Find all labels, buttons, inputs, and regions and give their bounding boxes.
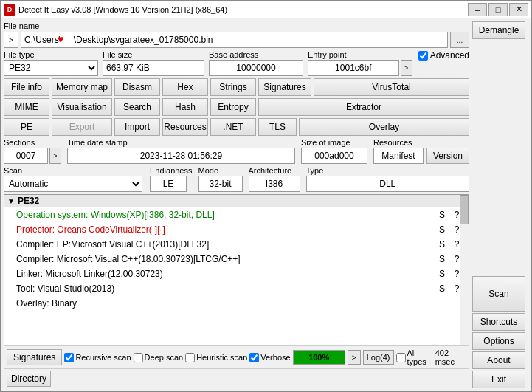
- search-button[interactable]: Search: [114, 98, 160, 116]
- verbose-checkbox[interactable]: [249, 353, 259, 362]
- sections-arrow[interactable]: >: [49, 148, 61, 164]
- result-item[interactable]: Tool: Visual Studio(2013) S ?: [4, 281, 469, 296]
- file-type-group: File type PE32: [4, 50, 100, 76]
- result-item[interactable]: Protector: Oreans CodeVirtualizer(-][-] …: [4, 222, 469, 237]
- deep-scan-label[interactable]: Deep scan: [134, 353, 184, 362]
- browse-button[interactable]: ...: [450, 32, 469, 48]
- close-button[interactable]: ✕: [509, 3, 528, 16]
- all-types-label[interactable]: All types: [396, 348, 433, 366]
- options-button[interactable]: Options: [472, 332, 525, 350]
- tls-button[interactable]: TLS: [258, 118, 297, 136]
- verbose-label[interactable]: Verbose: [249, 353, 290, 362]
- virus-total-button[interactable]: VirusTotal: [314, 78, 469, 96]
- all-types-text: All types: [407, 348, 433, 366]
- about-button[interactable]: About: [472, 351, 525, 369]
- heuristic-scan-checkbox[interactable]: [185, 353, 195, 362]
- file-size-group: File size 663.97 KiB: [103, 50, 206, 76]
- shortcuts-button[interactable]: Shortcuts: [472, 313, 525, 331]
- progress-arrow-button[interactable]: >: [348, 350, 361, 365]
- base-address-label: Base address: [209, 50, 305, 59]
- result-s: S: [435, 238, 449, 251]
- result-item[interactable]: Operation system: Windows(XP)[I386, 32-b…: [4, 207, 469, 222]
- result-item[interactable]: Linker: Microsoft Linker(12.00.30723) S …: [4, 267, 469, 281]
- timing-display: 402 msec: [435, 348, 466, 366]
- import-button[interactable]: Import: [114, 118, 160, 136]
- advanced-checkbox-label[interactable]: Advanced: [418, 50, 469, 61]
- mode-value: 32-bit: [198, 176, 243, 192]
- pe-button[interactable]: PE: [4, 118, 49, 136]
- scan-button[interactable]: Scan: [472, 276, 525, 312]
- base-address-value: 10000000: [209, 60, 303, 76]
- net-button[interactable]: .NET: [210, 118, 256, 136]
- file-info-button[interactable]: File info: [4, 78, 49, 96]
- architecture-group: Architecture I386: [249, 166, 300, 192]
- heuristic-scan-label[interactable]: Heuristic scan: [185, 353, 247, 362]
- result-item[interactable]: Overlay: Binary: [4, 296, 469, 311]
- results-header: ▼ PE32: [4, 195, 469, 207]
- title-bar: D Detect It Easy v3.08 [Windows 10 Versi…: [1, 1, 531, 18]
- extractor-button[interactable]: Extractor: [258, 98, 469, 116]
- type-value: DLL: [306, 176, 470, 192]
- mime-button[interactable]: MIME: [4, 98, 49, 116]
- resources-button[interactable]: Resources: [162, 118, 208, 136]
- directory-row: Directory: [4, 368, 469, 388]
- hash-button[interactable]: Hash: [162, 98, 208, 116]
- architecture-label: Architecture: [249, 166, 300, 175]
- sections-row: Sections 0007 > Time date stamp 2023-11-…: [4, 138, 469, 164]
- timestamp-label: Time date stamp: [67, 138, 295, 147]
- content-area: File name > ♥ ... File type PE32: [1, 18, 531, 391]
- signatures-button[interactable]: Signatures: [258, 78, 311, 96]
- size-of-image-label: Size of image: [301, 138, 367, 147]
- entropy-button[interactable]: Entropy: [210, 98, 256, 116]
- entry-point-arrow[interactable]: >: [401, 60, 412, 76]
- exit-button[interactable]: Exit: [472, 371, 525, 388]
- sections-value-row: 0007 >: [4, 148, 61, 164]
- result-text: Overlay: Binary: [16, 297, 435, 310]
- visualisation-button[interactable]: Visualisation: [52, 98, 112, 116]
- scrollbar-thumb[interactable]: [460, 195, 469, 224]
- strings-button[interactable]: Strings: [210, 78, 256, 96]
- file-size-value: 663.97 KiB: [103, 60, 204, 76]
- demangle-button[interactable]: Demangle: [472, 21, 525, 39]
- file-type-select[interactable]: PE32: [4, 60, 98, 76]
- button-row-1: File info Memory map Disasm Hex Strings …: [4, 78, 469, 96]
- result-text: Protector: Oreans CodeVirtualizer(-][-]: [16, 223, 435, 236]
- maximize-button[interactable]: □: [488, 3, 508, 16]
- directory-button[interactable]: Directory: [7, 371, 51, 387]
- result-text: Compiler: EP:Microsoft Visual C++(2013)[…: [16, 238, 435, 251]
- hex-button[interactable]: Hex: [162, 78, 208, 96]
- resources-label: Resources: [373, 138, 469, 147]
- version-button[interactable]: Version: [426, 148, 469, 164]
- resources-value-row: Manifest Version: [373, 148, 469, 164]
- result-item[interactable]: Compiler: EP:Microsoft Visual C++(2013)[…: [4, 237, 469, 252]
- scan-select[interactable]: Automatic: [4, 176, 142, 192]
- memory-map-button[interactable]: Memory map: [52, 78, 112, 96]
- log-button[interactable]: Log(4): [363, 350, 394, 365]
- file-name-input[interactable]: [21, 32, 448, 48]
- disasm-button[interactable]: Disasm: [114, 78, 160, 96]
- signatures-bottom-button[interactable]: Signatures: [7, 349, 62, 365]
- expand-icon[interactable]: ▼: [7, 197, 15, 205]
- recursive-scan-checkbox[interactable]: [64, 353, 74, 362]
- advanced-checkbox[interactable]: [418, 51, 428, 61]
- scrollbar-track: [460, 195, 469, 345]
- deep-scan-checkbox[interactable]: [134, 353, 143, 362]
- size-of-image-group: Size of image 000ad000: [301, 138, 367, 164]
- scan-group: Scan Automatic: [4, 166, 144, 192]
- result-text: Tool: Visual Studio(2013): [16, 282, 435, 295]
- export-button[interactable]: Export: [52, 118, 112, 136]
- result-s: S: [435, 208, 449, 221]
- window-title: Detect It Easy v3.08 [Windows 10 Version…: [18, 5, 468, 14]
- result-text: Compiler: Microsoft Visual C++(18.00.307…: [16, 252, 435, 266]
- scan-settings-row: Scan Automatic Endianness LE Mode 32-bit…: [4, 166, 469, 192]
- advanced-label: Advanced: [430, 50, 469, 61]
- result-item[interactable]: Compiler: Microsoft Visual C++(18.00.307…: [4, 252, 469, 267]
- recursive-scan-label[interactable]: Recursive scan: [64, 353, 131, 362]
- minimize-button[interactable]: –: [468, 3, 487, 16]
- result-s: S: [435, 267, 449, 281]
- file-nav-button[interactable]: >: [4, 32, 18, 48]
- results-container[interactable]: ▼ PE32 Operation system: Windows(XP)[I38…: [4, 194, 469, 345]
- overlay-button[interactable]: Overlay: [299, 118, 469, 136]
- file-info-row: File type PE32 File size 663.97 KiB Base…: [4, 50, 469, 76]
- all-types-checkbox[interactable]: [396, 353, 406, 362]
